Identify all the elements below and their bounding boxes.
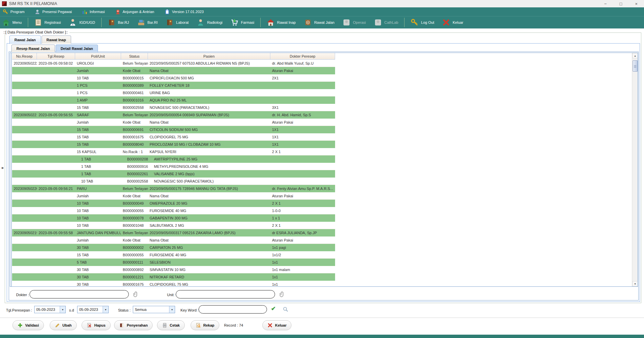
toolbar-item-rawat-inap[interactable]: Rawat Inap	[267, 18, 296, 26]
column-header-no-resep[interactable]: No.Resep	[12, 53, 37, 59]
ubah-button[interactable]: Ubah	[50, 320, 77, 330]
column-header-dokter-peresep[interactable]: Dokter Peresep	[270, 53, 335, 59]
scroll-down-icon[interactable]: ▼	[632, 281, 638, 286]
table-row-hdr[interactable]: JumlahKode ObatNama ObatAturan Pakai	[12, 119, 335, 126]
column-header-tgl-resep[interactable]: Tgl.Resep	[37, 53, 75, 59]
table-row-resep[interactable]: 2023090502222023-09-05 09:58:02UROLOGIBe…	[12, 60, 335, 67]
tab-rawat-jalan[interactable]: Rawat Jalan	[9, 36, 41, 44]
cell-status: B000000916	[121, 163, 148, 170]
table-row-resep[interactable]: 2023090502202023-09-05 09:56:21PARUBelum…	[12, 185, 335, 192]
table-row-item[interactable]: 1 PCSB000000461URINE BAG	[12, 89, 335, 96]
table-row-resep[interactable]: 2023090502192023-09-05 09:55:58JANTUNG D…	[12, 229, 335, 236]
table-row-sub[interactable]: 1 TABB000000208AMITRIPTYPILINE 25 MG	[12, 155, 335, 163]
toolbar-item-laborat[interactable]: Laborat	[166, 18, 189, 26]
table-row-item[interactable]: 15 KAPSULNo.Racik : 1KAPSUL NYERI2 X 1	[12, 148, 335, 155]
cell-no-resep: 202309050219	[12, 229, 37, 236]
table-row-item[interactable]: 1 PCSB000000389FOLLEY CATHETER 18	[12, 82, 335, 89]
rekap-button[interactable]: Rekap	[191, 320, 219, 330]
cell-poli-unit: 15 TAB	[75, 126, 121, 133]
table-row-item[interactable]: 10 TABB000000015CIPROFLOXACIN 500 MG2X1	[12, 74, 335, 82]
toolbar-item-label: Bar.RJ	[118, 20, 129, 24]
cell-poli-unit: 15 TAB	[75, 141, 121, 148]
doctor-icon	[69, 18, 77, 26]
table-row-item[interactable]: 10 TABB000000078GABAPENTIN 300 MG1 x 1	[12, 214, 335, 222]
scrollbar-thumb[interactable]	[633, 60, 638, 72]
toolbar-item-rawat-jalan[interactable]: Rawat Jalan	[304, 18, 335, 26]
dokter-input[interactable]	[30, 290, 129, 298]
search-icon[interactable]	[282, 306, 288, 312]
table-row-item[interactable]: 15 TABB000008040PROCLOZAM 10 MG / CLOBAZ…	[12, 141, 335, 148]
table-row-sub[interactable]: 1 TABB000000916METHYLPREDNISOLONE 4 MG	[12, 163, 335, 170]
validasi-button[interactable]: Validasi	[12, 320, 44, 330]
book-at-icon	[304, 18, 312, 26]
cell-dokter-peresep: Aturan Pakai	[270, 192, 335, 199]
toolbar-item-bar-rj[interactable]: Bar.RJ	[108, 18, 129, 26]
toolbar-item-keluar[interactable]: Keluar	[442, 18, 463, 26]
toolbar-item-farmasi[interactable]: Farmasi	[230, 18, 254, 26]
restore-button[interactable]: □	[613, 0, 629, 7]
minimize-button[interactable]: −	[598, 0, 613, 7]
table-row-item[interactable]: 1 AMPB000001016AQUA PRO INJ 25 ML	[12, 96, 335, 104]
close-button[interactable]: ×	[629, 0, 644, 7]
menu-item-program[interactable]: Program	[3, 9, 24, 15]
toolbar-item-igd-ugd[interactable]: IGD/UGD	[69, 18, 95, 26]
table-row-item[interactable]: 5 TABB000000111SELESBION1x1	[12, 259, 335, 266]
menu-item-informasi[interactable]: Informasi	[82, 9, 105, 15]
table-row-hdr[interactable]: JumlahKode ObatNama ObatAturan Pakai	[12, 192, 335, 200]
table-row-sub[interactable]: 1 TABB000002261VALISANBE 2 MG (bpjs)	[12, 170, 335, 178]
table-row-item[interactable]: 15 TABB000000691CITICOLIN SODIUM 500 MG1…	[12, 126, 335, 133]
unit-input[interactable]	[176, 290, 275, 298]
dokter-attach-icon[interactable]	[133, 291, 139, 297]
date-to-combo[interactable]: 05-09-2023 ▼	[77, 306, 109, 313]
table-row-item[interactable]: 10 TABB000000055FUROSEMIDE 40 MG1-0-0	[12, 207, 335, 214]
table-row-item[interactable]: 10 TABB000000049OMEPRAZOLE 20 MG2 X 1	[12, 200, 335, 207]
penyerahan-button[interactable]: Penyerahan	[114, 320, 153, 330]
cell-dokter-peresep: dr. Fenty Alvian Amu Sp.P. M.A.R.S...	[270, 185, 335, 192]
hapus-button[interactable]: Hapus	[82, 320, 111, 330]
date-to-dropdown-icon[interactable]: ▼	[103, 306, 108, 313]
scroll-up-icon[interactable]: ▲	[632, 53, 638, 58]
table-row-item[interactable]: 15 TABB000002558NOVAGESIC 500 (PARACETAM…	[12, 104, 335, 111]
apply-filter-check-icon[interactable]: ✔	[271, 305, 276, 312]
table-row-item[interactable]: 10 TABB000001048SALBUTAMOL 2 MG2 X 1	[12, 222, 335, 229]
keluar-button[interactable]: Keluar	[262, 320, 291, 330]
menu-item-label: Presensi Pegawai	[42, 10, 72, 14]
column-header-poli-unit[interactable]: Poli/Unit	[75, 53, 121, 59]
menu-item-presensi-pegawai[interactable]: Presensi Pegawai	[35, 9, 72, 15]
menu-item-anjungan-antrian[interactable]: Anjungan & Antrian	[115, 9, 154, 15]
table-row-hdr[interactable]: JumlahKode ObatNama ObatAturan Pakai	[12, 67, 335, 74]
status-combo[interactable]: Semua ▼	[133, 306, 175, 313]
vertical-scrollbar[interactable]: ▲ ▼	[632, 53, 638, 286]
table-row-resep[interactable]: 2023090502212023-09-05 09:56:55SARAFBelu…	[12, 111, 335, 119]
table-row-item[interactable]: 30 TABB000001221NITROKAF RETARD1x1	[12, 273, 335, 281]
unit-attach-icon[interactable]	[279, 291, 285, 297]
toolbar-item-radiologi[interactable]: Radiologi	[197, 18, 222, 26]
status-dropdown-icon[interactable]: ▼	[169, 306, 175, 313]
cell-tgl-resep	[37, 207, 75, 214]
menu-item-version-17-01-2023[interactable]: Version 17.01.2023	[164, 9, 204, 15]
date-from-combo[interactable]: 05-09-2023 ▼	[34, 306, 66, 313]
table-row-hdr[interactable]: JumlahKode ObatNama ObatAturan Pakai	[12, 236, 335, 244]
table-row-item[interactable]: 30 TABB000000892SIMVASTATIN 10 MG1x1 mal…	[12, 266, 335, 273]
toolbar-item-log-out[interactable]: Log Out	[411, 18, 434, 26]
collapse-panel-handle[interactable]: »	[1, 165, 4, 170]
cetak-button[interactable]: Cetak	[157, 320, 185, 330]
tab-resep-rawat-jalan[interactable]: Resep Rawat Jalan	[11, 45, 55, 52]
tab-detail-rawat-jalan[interactable]: Detail Rawat Jalan	[56, 45, 98, 52]
table-row-item[interactable]: 15 TABB000000055FUROSEMIDE 40 MG1x1/2	[12, 251, 335, 259]
date-from-dropdown-icon[interactable]: ▼	[60, 306, 65, 313]
column-header-status[interactable]: Status	[121, 53, 148, 59]
table-row-item[interactable]: 15 TABB000001675CLOPIDOGREL 75 MG1X1	[12, 133, 335, 141]
table-row-item[interactable]: 30 TABB000000002CARPIATON 25 MG1x1 pagi	[12, 244, 335, 251]
column-header-pasien[interactable]: Pasien	[148, 53, 270, 59]
cell-pasien: 2023/09/05/000317 095216 ZAKARIA LAMO (B…	[148, 229, 270, 236]
cell-poli-unit: 1 AMP	[75, 96, 121, 104]
tab-rawat-inap[interactable]: Rawat Inap	[42, 36, 71, 44]
table-row-item[interactable]: 30 TABB000001675CLOPIDOGREL 75 MG1x1	[12, 281, 335, 287]
toolbar-item-registrasi[interactable]: Registrasi	[34, 18, 61, 26]
table-row-sub[interactable]: 10 TABB000002558NOVAGESIC 500 (PARACETAM…	[12, 178, 335, 185]
toolbar-item-menu[interactable]: Menu	[2, 18, 22, 26]
keyword-input[interactable]	[199, 305, 267, 314]
cell-status: B000000055	[121, 207, 148, 214]
toolbar-item-bar-ri[interactable]: Bar.RI	[137, 18, 158, 26]
